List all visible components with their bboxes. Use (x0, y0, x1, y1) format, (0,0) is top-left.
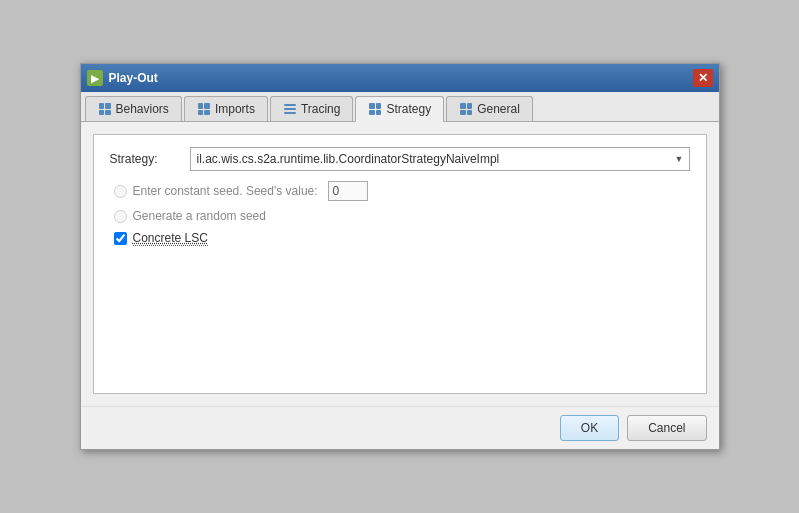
strategy-row: Strategy: il.ac.wis.cs.s2a.runtime.lib.C… (110, 147, 690, 171)
close-button[interactable]: ✕ (693, 69, 713, 87)
ok-button[interactable]: OK (560, 415, 619, 441)
behaviors-icon (98, 102, 112, 116)
tab-behaviors-label: Behaviors (116, 102, 169, 116)
tab-general-label: General (477, 102, 520, 116)
tab-strategy-label: Strategy (386, 102, 431, 116)
random-seed-radio[interactable] (114, 210, 127, 223)
strategy-panel: Strategy: il.ac.wis.cs.s2a.runtime.lib.C… (93, 134, 707, 394)
strategy-dropdown-wrapper: il.ac.wis.cs.s2a.runtime.lib.Coordinator… (190, 147, 690, 171)
title-bar-left: ▶ Play-Out (87, 70, 158, 86)
tab-general[interactable]: General (446, 96, 533, 121)
imports-icon (197, 102, 211, 116)
main-content: Strategy: il.ac.wis.cs.s2a.runtime.lib.C… (81, 122, 719, 406)
strategy-label: Strategy: (110, 152, 190, 166)
tab-strategy[interactable]: Strategy (355, 96, 444, 122)
cancel-button[interactable]: Cancel (627, 415, 706, 441)
main-window: ▶ Play-Out ✕ Behaviors Imports (80, 63, 720, 450)
window-title: Play-Out (109, 71, 158, 85)
title-bar: ▶ Play-Out ✕ (81, 64, 719, 92)
footer: OK Cancel (81, 406, 719, 449)
constant-seed-row: Enter constant seed. Seed's value: (114, 181, 690, 201)
seed-value-input[interactable] (328, 181, 368, 201)
tab-imports-label: Imports (215, 102, 255, 116)
general-icon (459, 102, 473, 116)
tab-imports[interactable]: Imports (184, 96, 268, 121)
tab-behaviors[interactable]: Behaviors (85, 96, 182, 121)
random-seed-label: Generate a random seed (133, 209, 266, 223)
constant-seed-radio[interactable] (114, 185, 127, 198)
concrete-lsc-checkbox[interactable] (114, 232, 127, 245)
strategy-dropdown[interactable]: il.ac.wis.cs.s2a.runtime.lib.Coordinator… (190, 147, 690, 171)
constant-seed-label: Enter constant seed. Seed's value: (133, 184, 318, 198)
strategy-icon (368, 102, 382, 116)
random-seed-row: Generate a random seed (114, 209, 690, 223)
window-icon: ▶ (87, 70, 103, 86)
concrete-lsc-row: Concrete LSC (114, 231, 690, 246)
tab-tracing-label: Tracing (301, 102, 341, 116)
concrete-lsc-label: Concrete LSC (133, 231, 208, 246)
tabs-bar: Behaviors Imports Tracing (81, 92, 719, 122)
tracing-icon (283, 102, 297, 116)
tab-tracing[interactable]: Tracing (270, 96, 354, 121)
